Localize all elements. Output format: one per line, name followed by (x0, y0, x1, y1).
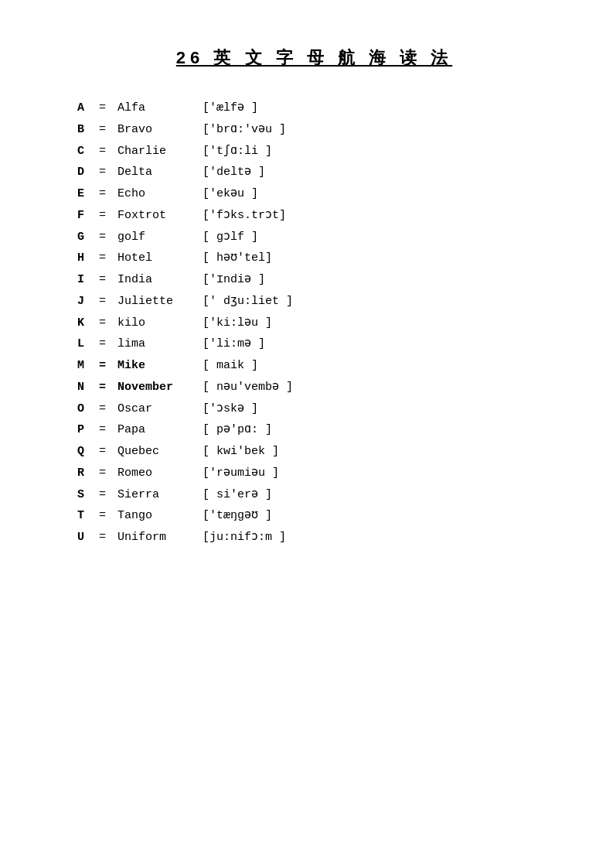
entry-pronunciation: [ nəu'vembə ] (203, 377, 551, 398)
entry-pronunciation: ['ekəu ] (203, 183, 551, 205)
entry-pronunciation: ['ɔskə ] (203, 398, 551, 420)
entry-word: Mike (117, 355, 203, 377)
entry-pronunciation: ['fɔks.trɔt] (203, 205, 551, 227)
entry-pronunciation: [ həʊ'tel] (203, 248, 551, 269)
entry-eq: = (99, 527, 117, 548)
entry-letter: E (77, 183, 99, 205)
entry-letter: N (77, 377, 99, 398)
entry-letter: Q (77, 441, 99, 463)
entry-word: Romeo (117, 463, 203, 484)
entry-word: golf (117, 227, 203, 248)
list-item: A = Alfa ['ælfə ] (77, 97, 551, 119)
list-item: O = Oscar ['ɔskə ] (77, 398, 551, 420)
entry-pronunciation: [ gɔlf ] (203, 227, 551, 248)
entry-pronunciation: [' dʒu:liet ] (203, 291, 551, 313)
entry-eq: = (99, 162, 117, 183)
entry-letter: T (77, 505, 99, 527)
list-item: B = Bravo ['brɑ:'vəu ] (77, 119, 551, 141)
entry-letter: K (77, 313, 99, 334)
entry-letter: S (77, 484, 99, 506)
list-item: F = Foxtrot ['fɔks.trɔt] (77, 205, 551, 227)
entry-letter: C (77, 141, 99, 162)
entry-word: Echo (117, 183, 203, 205)
list-item: J = Juliette [' dʒu:liet ] (77, 291, 551, 313)
entry-letter: L (77, 333, 99, 355)
entry-eq: = (99, 97, 117, 119)
entry-eq: = (99, 183, 117, 205)
entry-letter: M (77, 355, 99, 377)
entry-eq: = (99, 333, 117, 355)
list-item: Q = Quebec [ kwi'bek ] (77, 441, 551, 463)
entry-pronunciation: ['tʃɑ:li ] (203, 141, 551, 162)
entry-letter: B (77, 119, 99, 141)
entry-eq: = (99, 227, 117, 248)
entry-letter: O (77, 398, 99, 420)
entry-eq: = (99, 441, 117, 463)
entry-word: Sierra (117, 484, 203, 506)
entry-pronunciation: [ kwi'bek ] (203, 441, 551, 463)
entry-word: Juliette (117, 291, 203, 313)
entry-eq: = (99, 248, 117, 269)
entry-eq: = (99, 269, 117, 291)
entry-eq: = (99, 141, 117, 162)
entry-pronunciation: ['ɪndiə ] (203, 269, 551, 291)
entry-letter: D (77, 162, 99, 183)
entry-letter: I (77, 269, 99, 291)
entry-pronunciation: [ pə'pɑ: ] (203, 419, 551, 441)
entry-eq: = (99, 463, 117, 484)
entry-word: India (117, 269, 203, 291)
entry-pronunciation: ['ælfə ] (203, 97, 551, 119)
entry-word: Quebec (117, 441, 203, 463)
entry-letter: H (77, 248, 99, 269)
entry-eq: = (99, 119, 117, 141)
list-item: K = kilo ['ki:ləu ] (77, 313, 551, 334)
entry-letter: P (77, 419, 99, 441)
entry-word: kilo (117, 313, 203, 334)
entry-word: Hotel (117, 248, 203, 269)
list-item: U = Uniform [ju:nifɔ:m ] (77, 527, 551, 548)
entry-word: Tango (117, 505, 203, 527)
list-item: I = India ['ɪndiə ] (77, 269, 551, 291)
entry-eq: = (99, 419, 117, 441)
list-item: M = Mike [ maik ] (77, 355, 551, 377)
entry-pronunciation: ['tæŋgəʊ ] (203, 505, 551, 527)
entry-eq: = (99, 205, 117, 227)
entry-letter: A (77, 97, 99, 119)
entry-word: lima (117, 333, 203, 355)
entry-eq: = (99, 505, 117, 527)
list-item: R = Romeo ['rəumiəu ] (77, 463, 551, 484)
entry-pronunciation: ['brɑ:'vəu ] (203, 119, 551, 141)
entry-word: Alfa (117, 97, 203, 119)
entry-eq: = (99, 398, 117, 420)
entry-letter: G (77, 227, 99, 248)
entry-pronunciation: ['rəumiəu ] (203, 463, 551, 484)
entry-word: Bravo (117, 119, 203, 141)
entry-eq: = (99, 377, 117, 398)
entry-word: Oscar (117, 398, 203, 420)
entry-word: November (117, 377, 203, 398)
list-item: H = Hotel [ həʊ'tel] (77, 248, 551, 269)
entry-word: Uniform (117, 527, 203, 548)
entry-eq: = (99, 484, 117, 506)
list-item: T = Tango ['tæŋgəʊ ] (77, 505, 551, 527)
entry-pronunciation: [ju:nifɔ:m ] (203, 527, 551, 548)
entry-letter: J (77, 291, 99, 313)
entry-pronunciation: [ maik ] (203, 355, 551, 377)
page-title: 26 英 文 字 母 航 海 读 法 (77, 46, 551, 70)
entry-eq: = (99, 291, 117, 313)
entry-letter: U (77, 527, 99, 548)
entry-letter: R (77, 463, 99, 484)
entry-pronunciation: ['deltə ] (203, 162, 551, 183)
list-item: S = Sierra [ si'erə ] (77, 484, 551, 506)
entry-eq: = (99, 355, 117, 377)
page: 26 英 文 字 母 航 海 读 法 A = Alfa ['ælfə ] B =… (0, 0, 613, 868)
list-item: L = lima ['li:mə ] (77, 333, 551, 355)
entry-pronunciation: ['ki:ləu ] (203, 313, 551, 334)
entry-letter: F (77, 205, 99, 227)
list-item: E = Echo ['ekəu ] (77, 183, 551, 205)
entry-eq: = (99, 313, 117, 334)
entry-list: A = Alfa ['ælfə ] B = Bravo ['brɑ:'vəu ]… (77, 97, 551, 548)
list-item: N = November [ nəu'vembə ] (77, 377, 551, 398)
entry-word: Foxtrot (117, 205, 203, 227)
entry-pronunciation: ['li:mə ] (203, 333, 551, 355)
